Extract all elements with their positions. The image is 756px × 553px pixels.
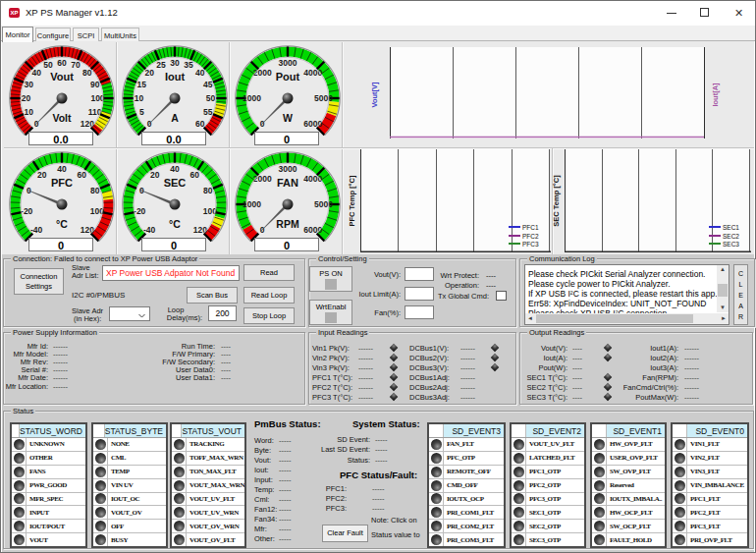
status-row-cml[interactable]: CML — [93, 452, 166, 466]
slave-adr-dropdown[interactable] — [109, 306, 150, 321]
status-row-vout-ov-wrn[interactable]: VOUT_OV_WRN — [172, 520, 244, 533]
status-row-vin1-flt[interactable]: VIN1_FLT — [673, 438, 747, 452]
svg-text:35: 35 — [184, 60, 193, 70]
status-row-vout[interactable]: VOUT — [12, 533, 85, 546]
tab-monitor[interactable]: Monitor — [2, 27, 33, 42]
input-readings-label: Input Readings — [316, 328, 369, 337]
status-row-label: INPUT — [27, 509, 85, 517]
status-row-vout-ov-flt[interactable]: VOUT_OV_FLT — [172, 533, 244, 546]
comm-log-hscrollbar[interactable]: ◄► — [525, 313, 729, 324]
status-row-vin2-flt[interactable]: VIN2_FLT — [673, 452, 747, 466]
comm-log-textarea[interactable]: Please check PICkit Serial Analyzer conn… — [524, 264, 729, 325]
status-row-pfc2-otp[interactable]: PFC2_OTP — [512, 479, 584, 493]
status-row-off[interactable]: OFF — [93, 520, 166, 533]
status-led-icon — [675, 467, 685, 477]
status-row-iout-oc[interactable]: IOUT_OC — [93, 493, 166, 507]
status-row-cmd-off[interactable]: CMD_OFF — [429, 479, 504, 493]
status-row-vin-imbalance[interactable]: VIN_IMBALANCE — [673, 479, 747, 493]
clear-fault-button[interactable]: Clear Fault — [322, 525, 368, 542]
status-row-input[interactable]: INPUT — [12, 506, 85, 520]
status-row-sec1-otp[interactable]: SEC1_OTP — [512, 506, 584, 520]
input-readings-left-label-4: PFC2 T(°C): — [312, 383, 357, 392]
status-row-pri-com3-flt[interactable]: PRI_COM3_FLT — [429, 533, 504, 546]
svg-text:80: 80 — [90, 186, 100, 195]
slave-adr-list-box[interactable]: XP Power USB Adpator Not Found — [102, 265, 240, 281]
status-row-sec2-otp[interactable]: SEC2_OTP — [512, 520, 584, 533]
scroll-down-icon[interactable]: ▼ — [717, 304, 729, 312]
pmbus-value-6: ----- — [279, 495, 292, 504]
status-row-pfc-otp[interactable]: PFC_OTP — [429, 452, 504, 466]
scroll-right-icon[interactable]: ► — [719, 315, 729, 321]
status-row-pfc1-otp[interactable]: PFC1_OTP — [512, 466, 584, 479]
status-row-pri-ovp-flt[interactable]: PRI_OVP_FLT — [673, 533, 747, 546]
status-row-pfc2-flt[interactable]: PFC2_FLT — [673, 506, 747, 520]
status-row-pwr-good[interactable]: PWR_GOOD — [12, 479, 85, 493]
status-row-sw-ovp-flt[interactable]: SW_OVP_FLT — [592, 466, 665, 479]
status-row-busy[interactable]: BUSY — [93, 533, 166, 546]
status-row-ioutx-ocp[interactable]: IOUTX_OCP — [429, 493, 504, 507]
status-row-temp[interactable]: TEMP — [93, 466, 166, 479]
minimize-button[interactable] — [655, 1, 688, 26]
status-led-cell — [12, 493, 27, 506]
scan-bus-button[interactable]: Scan Bus — [187, 287, 238, 304]
close-icon: ✕ — [733, 8, 744, 19]
status-row-pri-com2-flt[interactable]: PRI_COM2_FLT — [429, 520, 504, 533]
status-led-icon — [675, 439, 685, 450]
scroll-left-icon[interactable]: ◄ — [525, 315, 535, 321]
status-row-vout-uv-flt[interactable]: VOUT_UV_FLT — [172, 493, 244, 507]
tab-multiunits[interactable]: MultiUnits — [101, 28, 139, 41]
tab-scpi[interactable]: SCPI — [73, 28, 99, 41]
status-row-none[interactable]: NONE — [93, 438, 166, 452]
clear-log-button[interactable]: CLEAR — [733, 264, 748, 325]
status-row-reserved[interactable]: Reserved — [592, 479, 665, 493]
loop-delay-input[interactable]: 200 — [208, 305, 237, 321]
status-row-vout-ov[interactable]: VOUT_OV — [93, 506, 166, 520]
scroll-up-icon[interactable]: ▲ — [717, 265, 729, 274]
status-row-pfc3-flt[interactable]: PFC3_FLT — [673, 520, 747, 533]
status-row-sw-ocp-flt[interactable]: SW_OCP_FLT — [592, 520, 665, 533]
status-row-vin3-flt[interactable]: VIN3_FLT — [673, 466, 747, 479]
stop-loop-button[interactable]: Stop Loop — [243, 307, 295, 324]
status-row-tracking[interactable]: TRACKING — [172, 438, 244, 452]
maximize-button[interactable] — [688, 1, 722, 26]
status-row-sec3-otp[interactable]: SEC3_OTP — [512, 533, 584, 546]
status-row-vout-max-wrn[interactable]: VOUT_MAX_WRN — [172, 479, 244, 493]
status-row-user-ovp-flt[interactable]: USER_OVP_FLT — [592, 452, 665, 466]
status-row-pfc1-flt[interactable]: PFC1_FLT — [673, 493, 747, 507]
status-row-label: SEC3_OTP — [526, 536, 584, 544]
status-table-title: STATUS_BYTE — [105, 424, 166, 437]
operation-value: ---- — [486, 281, 496, 290]
status-row-ton-max-flt[interactable]: TON_MAX_FLT — [172, 466, 244, 479]
tab-configure[interactable]: Configure — [35, 28, 71, 41]
status-row-fans[interactable]: FANS — [12, 466, 85, 479]
status-row-vout-uv-flt[interactable]: VOUT_UV_FLT — [512, 438, 584, 452]
connection-settings-button[interactable]: ConnectionSettings — [14, 268, 64, 295]
status-table-header-spacer — [512, 424, 526, 437]
status-row-hw-ocp-flt[interactable]: HW_OCP_FLT — [592, 506, 665, 520]
status-row-vout-uv-wrn[interactable]: VOUT_UV_WRN — [172, 506, 244, 520]
status-led-cell — [592, 466, 607, 478]
clear-log-letter: R — [734, 311, 747, 322]
status-row-unknown[interactable]: UNKNOWN — [12, 438, 85, 452]
status-row-toff-max-wrn[interactable]: TOFF_MAX_WRN — [172, 452, 244, 466]
status-row-remote-off[interactable]: REMOTE_OFF — [429, 466, 504, 479]
tx-global-cmd-checkbox[interactable] — [496, 291, 507, 301]
status-row-hw-ovp-flt[interactable]: HW_OVP_FLT — [592, 438, 665, 452]
hscroll-thumb[interactable] — [536, 314, 693, 323]
status-row-mfr-spec[interactable]: MFR_SPEC — [12, 493, 85, 507]
status-row-iout-pout[interactable]: IOUT/POUT — [12, 520, 85, 533]
fan-input[interactable] — [405, 305, 434, 319]
vscroll-thumb[interactable] — [718, 284, 728, 297]
comm-log-vscrollbar[interactable]: ▲▼ — [717, 265, 729, 312]
status-row-pri-com1-flt[interactable]: PRI_COM1_FLT — [429, 506, 504, 520]
close-button[interactable]: ✕ — [723, 1, 756, 26]
status-row-latched-flt[interactable]: LATCHED_FLT — [512, 452, 584, 466]
status-row-other[interactable]: OTHER — [12, 452, 85, 466]
read-loop-button[interactable]: Read Loop — [243, 287, 295, 304]
status-row-fault-hold[interactable]: FAULT_HOLD — [592, 533, 665, 546]
status-row-fan-flt[interactable]: FAN_FLT — [429, 438, 504, 452]
status-row-vin-uv[interactable]: VIN UV — [93, 479, 166, 493]
status-row-ioutx-imbala-[interactable]: IOUTX_IMBALA.. — [592, 493, 665, 507]
read-button[interactable]: Read — [243, 264, 295, 281]
status-row-pfc3-otp[interactable]: PFC3_OTP — [512, 493, 584, 507]
